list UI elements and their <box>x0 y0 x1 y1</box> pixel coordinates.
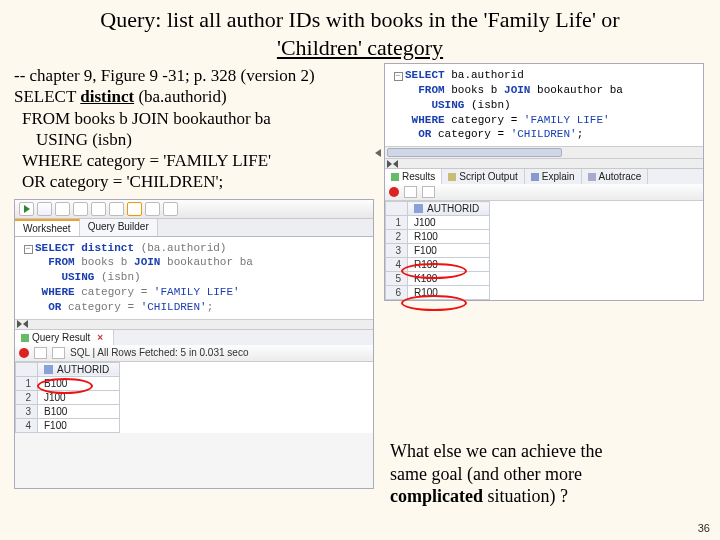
explain-icon <box>531 173 539 181</box>
tab-autotrace[interactable]: Autotrace <box>582 169 649 184</box>
row-header <box>386 202 408 216</box>
toolbar-button[interactable] <box>55 202 70 216</box>
tab-worksheet[interactable]: Worksheet <box>15 219 80 236</box>
sql-query-text: -- chapter 9, Figure 9 -31; p. 328 (vers… <box>14 63 374 199</box>
tab-query-builder[interactable]: Query Builder <box>80 219 158 236</box>
toolbar-button[interactable] <box>422 186 435 198</box>
column-icon <box>414 204 423 213</box>
sql-line: -- chapter 9, Figure 9 -31; p. 328 (vers… <box>14 65 374 86</box>
status-text: SQL | All Rows Fetched: 5 in 0.031 seco <box>70 347 248 358</box>
table-row[interactable]: 2R100 <box>386 230 490 244</box>
row-header <box>16 362 38 376</box>
pin-icon[interactable] <box>19 348 29 358</box>
table-row[interactable]: 4R100 <box>386 258 490 272</box>
grid-icon <box>391 173 399 181</box>
tab-script-output[interactable]: Script Output <box>442 169 524 184</box>
slide-title: Query: list all author IDs with books in… <box>0 0 720 63</box>
toolbar-button[interactable] <box>127 202 142 216</box>
horizontal-scrollbar[interactable] <box>385 146 703 158</box>
result-toolbar <box>385 184 703 201</box>
result-grid[interactable]: AUTHORID 1B100 2J100 3B100 4F100 <box>15 362 373 433</box>
toolbar-button[interactable] <box>145 202 160 216</box>
question-text: What else we can achieve the same goal (… <box>390 440 700 508</box>
sql-editor[interactable]: −SELECT ba.authorid FROM books b JOIN bo… <box>385 64 703 146</box>
sql-line: WHERE category = 'FAMILY LIFE' <box>14 150 374 171</box>
toolbar-button[interactable] <box>404 186 417 198</box>
result-grid[interactable]: AUTHORID 1J100 2R100 3F100 4R100 5K100 6… <box>385 201 703 300</box>
table-row[interactable]: 3B100 <box>16 404 120 418</box>
tab-results[interactable]: Results <box>385 169 442 184</box>
sql-line: OR category = 'CHILDREN'; <box>14 171 374 192</box>
toolbar-button[interactable] <box>52 347 65 359</box>
run-button[interactable] <box>19 202 34 216</box>
worksheet-tabs: Worksheet Query Builder <box>15 219 373 237</box>
sql-line: SELECT distinct (ba.authorid) <box>14 86 374 107</box>
title-line-2: 'Children' category <box>277 35 443 60</box>
toolbar-button[interactable] <box>91 202 106 216</box>
result-toolbar: SQL | All Rows Fetched: 5 in 0.031 seco <box>15 345 373 362</box>
table-row[interactable]: 6R100 <box>386 286 490 300</box>
column-icon <box>44 365 53 374</box>
sql-line: USING (isbn) <box>14 129 374 150</box>
splitter-handle[interactable] <box>385 158 703 168</box>
result-tabs: Query Result × <box>15 329 373 345</box>
sql-line: FROM books b JOIN bookauthor ba <box>14 108 374 129</box>
pin-icon[interactable] <box>389 187 399 197</box>
grid-icon <box>21 334 29 342</box>
table-row[interactable]: 2J100 <box>16 390 120 404</box>
worksheet-toolbar <box>15 200 373 219</box>
script-icon <box>448 173 456 181</box>
fold-icon[interactable]: − <box>24 245 33 254</box>
table-row[interactable]: 4F100 <box>16 418 120 432</box>
autotrace-icon <box>588 173 596 181</box>
toolbar-button[interactable] <box>73 202 88 216</box>
sql-developer-left-panel: Worksheet Query Builder −SELECT distinct… <box>14 199 374 489</box>
table-row[interactable]: 1J100 <box>386 216 490 230</box>
toolbar-button[interactable] <box>163 202 178 216</box>
column-header[interactable]: AUTHORID <box>38 362 120 376</box>
slide-number: 36 <box>698 522 710 534</box>
table-row[interactable]: 3F100 <box>386 244 490 258</box>
tab-explain[interactable]: Explain <box>525 169 582 184</box>
tab-query-result[interactable]: Query Result × <box>15 330 114 345</box>
toolbar-button[interactable] <box>34 347 47 359</box>
output-tabs: Results Script Output Explain Autotrace <box>385 168 703 184</box>
table-row[interactable]: 1B100 <box>16 376 120 390</box>
sql-developer-right-panel: −SELECT ba.authorid FROM books b JOIN bo… <box>384 63 704 301</box>
close-icon[interactable]: × <box>90 332 107 343</box>
splitter-handle[interactable] <box>15 319 373 329</box>
sql-editor[interactable]: −SELECT distinct (ba.authorid) FROM book… <box>15 237 373 319</box>
title-line-1: Query: list all author IDs with books in… <box>100 7 619 32</box>
toolbar-button[interactable] <box>109 202 124 216</box>
fold-icon[interactable]: − <box>394 72 403 81</box>
run-script-button[interactable] <box>37 202 52 216</box>
column-header[interactable]: AUTHORID <box>408 202 490 216</box>
scrollbar-thumb[interactable] <box>387 148 562 157</box>
table-row[interactable]: 5K100 <box>386 272 490 286</box>
